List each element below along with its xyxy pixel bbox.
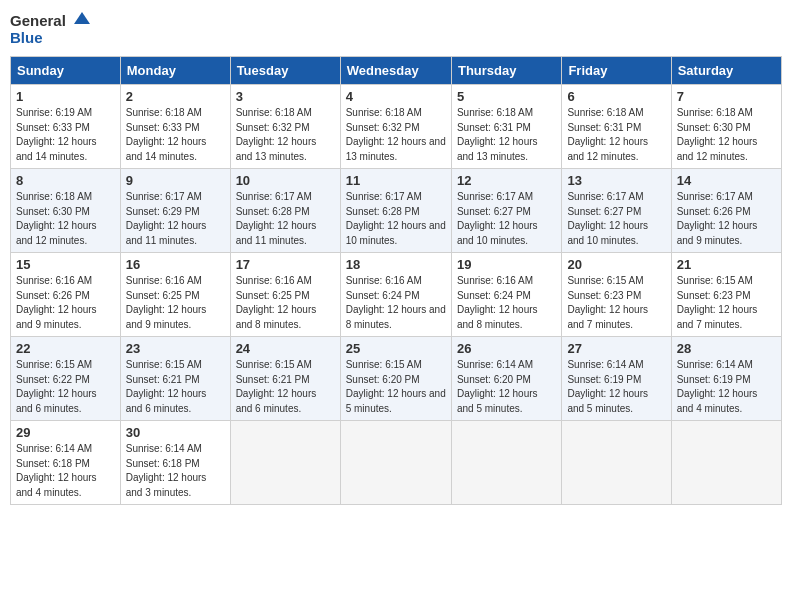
day-detail: Sunrise: 6:17 AMSunset: 6:29 PMDaylight:…: [126, 190, 225, 248]
day-detail: Sunrise: 6:15 AMSunset: 6:23 PMDaylight:…: [567, 274, 665, 332]
day-detail: Sunrise: 6:17 AMSunset: 6:28 PMDaylight:…: [346, 190, 446, 248]
calendar-cell: 9Sunrise: 6:17 AMSunset: 6:29 PMDaylight…: [120, 169, 230, 253]
day-detail: Sunrise: 6:18 AMSunset: 6:32 PMDaylight:…: [236, 106, 335, 164]
day-number: 7: [677, 89, 776, 104]
calendar-week-row: 22Sunrise: 6:15 AMSunset: 6:22 PMDayligh…: [11, 337, 782, 421]
day-number: 11: [346, 173, 446, 188]
svg-text:General: General: [10, 12, 66, 29]
day-number: 30: [126, 425, 225, 440]
calendar-week-row: 29Sunrise: 6:14 AMSunset: 6:18 PMDayligh…: [11, 421, 782, 505]
day-number: 1: [16, 89, 115, 104]
calendar-cell: [340, 421, 451, 505]
day-number: 6: [567, 89, 665, 104]
header-row: SundayMondayTuesdayWednesdayThursdayFrid…: [11, 57, 782, 85]
header-day: Wednesday: [340, 57, 451, 85]
calendar-cell: 4Sunrise: 6:18 AMSunset: 6:32 PMDaylight…: [340, 85, 451, 169]
day-detail: Sunrise: 6:15 AMSunset: 6:21 PMDaylight:…: [126, 358, 225, 416]
calendar-cell: 22Sunrise: 6:15 AMSunset: 6:22 PMDayligh…: [11, 337, 121, 421]
header-day: Monday: [120, 57, 230, 85]
header-day: Sunday: [11, 57, 121, 85]
day-number: 23: [126, 341, 225, 356]
page-header: General Blue: [10, 10, 782, 48]
day-detail: Sunrise: 6:18 AMSunset: 6:32 PMDaylight:…: [346, 106, 446, 164]
calendar-cell: 25Sunrise: 6:15 AMSunset: 6:20 PMDayligh…: [340, 337, 451, 421]
calendar-cell: 10Sunrise: 6:17 AMSunset: 6:28 PMDayligh…: [230, 169, 340, 253]
day-number: 24: [236, 341, 335, 356]
calendar-cell: 24Sunrise: 6:15 AMSunset: 6:21 PMDayligh…: [230, 337, 340, 421]
day-number: 9: [126, 173, 225, 188]
day-detail: Sunrise: 6:16 AMSunset: 6:25 PMDaylight:…: [236, 274, 335, 332]
day-number: 8: [16, 173, 115, 188]
day-detail: Sunrise: 6:18 AMSunset: 6:30 PMDaylight:…: [677, 106, 776, 164]
calendar-cell: [230, 421, 340, 505]
calendar-cell: 29Sunrise: 6:14 AMSunset: 6:18 PMDayligh…: [11, 421, 121, 505]
calendar-cell: 16Sunrise: 6:16 AMSunset: 6:25 PMDayligh…: [120, 253, 230, 337]
calendar-cell: 28Sunrise: 6:14 AMSunset: 6:19 PMDayligh…: [671, 337, 781, 421]
day-detail: Sunrise: 6:15 AMSunset: 6:21 PMDaylight:…: [236, 358, 335, 416]
calendar-cell: 21Sunrise: 6:15 AMSunset: 6:23 PMDayligh…: [671, 253, 781, 337]
calendar-cell: 3Sunrise: 6:18 AMSunset: 6:32 PMDaylight…: [230, 85, 340, 169]
logo-svg: General Blue: [10, 10, 90, 48]
day-detail: Sunrise: 6:17 AMSunset: 6:27 PMDaylight:…: [567, 190, 665, 248]
calendar-week-row: 15Sunrise: 6:16 AMSunset: 6:26 PMDayligh…: [11, 253, 782, 337]
calendar-cell: 27Sunrise: 6:14 AMSunset: 6:19 PMDayligh…: [562, 337, 671, 421]
day-number: 19: [457, 257, 556, 272]
day-number: 17: [236, 257, 335, 272]
day-detail: Sunrise: 6:18 AMSunset: 6:31 PMDaylight:…: [457, 106, 556, 164]
calendar-cell: 17Sunrise: 6:16 AMSunset: 6:25 PMDayligh…: [230, 253, 340, 337]
day-number: 22: [16, 341, 115, 356]
day-detail: Sunrise: 6:18 AMSunset: 6:30 PMDaylight:…: [16, 190, 115, 248]
day-number: 13: [567, 173, 665, 188]
day-number: 3: [236, 89, 335, 104]
calendar-cell: 26Sunrise: 6:14 AMSunset: 6:20 PMDayligh…: [451, 337, 561, 421]
day-detail: Sunrise: 6:16 AMSunset: 6:26 PMDaylight:…: [16, 274, 115, 332]
day-detail: Sunrise: 6:14 AMSunset: 6:18 PMDaylight:…: [126, 442, 225, 500]
day-detail: Sunrise: 6:16 AMSunset: 6:24 PMDaylight:…: [346, 274, 446, 332]
calendar-cell: 2Sunrise: 6:18 AMSunset: 6:33 PMDaylight…: [120, 85, 230, 169]
day-detail: Sunrise: 6:17 AMSunset: 6:28 PMDaylight:…: [236, 190, 335, 248]
day-number: 4: [346, 89, 446, 104]
day-number: 18: [346, 257, 446, 272]
calendar-cell: 7Sunrise: 6:18 AMSunset: 6:30 PMDaylight…: [671, 85, 781, 169]
day-number: 12: [457, 173, 556, 188]
calendar-header: SundayMondayTuesdayWednesdayThursdayFrid…: [11, 57, 782, 85]
calendar-cell: 23Sunrise: 6:15 AMSunset: 6:21 PMDayligh…: [120, 337, 230, 421]
day-number: 14: [677, 173, 776, 188]
calendar-cell: 12Sunrise: 6:17 AMSunset: 6:27 PMDayligh…: [451, 169, 561, 253]
calendar-cell: 13Sunrise: 6:17 AMSunset: 6:27 PMDayligh…: [562, 169, 671, 253]
header-day: Saturday: [671, 57, 781, 85]
day-number: 27: [567, 341, 665, 356]
day-detail: Sunrise: 6:16 AMSunset: 6:24 PMDaylight:…: [457, 274, 556, 332]
day-detail: Sunrise: 6:14 AMSunset: 6:19 PMDaylight:…: [567, 358, 665, 416]
header-day: Tuesday: [230, 57, 340, 85]
calendar-cell: [562, 421, 671, 505]
day-number: 29: [16, 425, 115, 440]
day-detail: Sunrise: 6:14 AMSunset: 6:19 PMDaylight:…: [677, 358, 776, 416]
day-number: 10: [236, 173, 335, 188]
calendar-cell: [671, 421, 781, 505]
calendar-week-row: 8Sunrise: 6:18 AMSunset: 6:30 PMDaylight…: [11, 169, 782, 253]
day-number: 21: [677, 257, 776, 272]
day-number: 15: [16, 257, 115, 272]
day-number: 16: [126, 257, 225, 272]
calendar-cell: 8Sunrise: 6:18 AMSunset: 6:30 PMDaylight…: [11, 169, 121, 253]
day-number: 26: [457, 341, 556, 356]
logo: General Blue: [10, 10, 90, 48]
calendar-cell: [451, 421, 561, 505]
calendar-cell: 5Sunrise: 6:18 AMSunset: 6:31 PMDaylight…: [451, 85, 561, 169]
header-day: Thursday: [451, 57, 561, 85]
day-number: 20: [567, 257, 665, 272]
calendar-cell: 30Sunrise: 6:14 AMSunset: 6:18 PMDayligh…: [120, 421, 230, 505]
day-detail: Sunrise: 6:17 AMSunset: 6:27 PMDaylight:…: [457, 190, 556, 248]
svg-text:Blue: Blue: [10, 29, 43, 46]
calendar-cell: 1Sunrise: 6:19 AMSunset: 6:33 PMDaylight…: [11, 85, 121, 169]
calendar-table: SundayMondayTuesdayWednesdayThursdayFrid…: [10, 56, 782, 505]
day-detail: Sunrise: 6:14 AMSunset: 6:20 PMDaylight:…: [457, 358, 556, 416]
day-detail: Sunrise: 6:18 AMSunset: 6:33 PMDaylight:…: [126, 106, 225, 164]
day-detail: Sunrise: 6:19 AMSunset: 6:33 PMDaylight:…: [16, 106, 115, 164]
svg-marker-2: [74, 12, 90, 24]
calendar-cell: 18Sunrise: 6:16 AMSunset: 6:24 PMDayligh…: [340, 253, 451, 337]
calendar-cell: 15Sunrise: 6:16 AMSunset: 6:26 PMDayligh…: [11, 253, 121, 337]
day-detail: Sunrise: 6:17 AMSunset: 6:26 PMDaylight:…: [677, 190, 776, 248]
day-detail: Sunrise: 6:15 AMSunset: 6:20 PMDaylight:…: [346, 358, 446, 416]
